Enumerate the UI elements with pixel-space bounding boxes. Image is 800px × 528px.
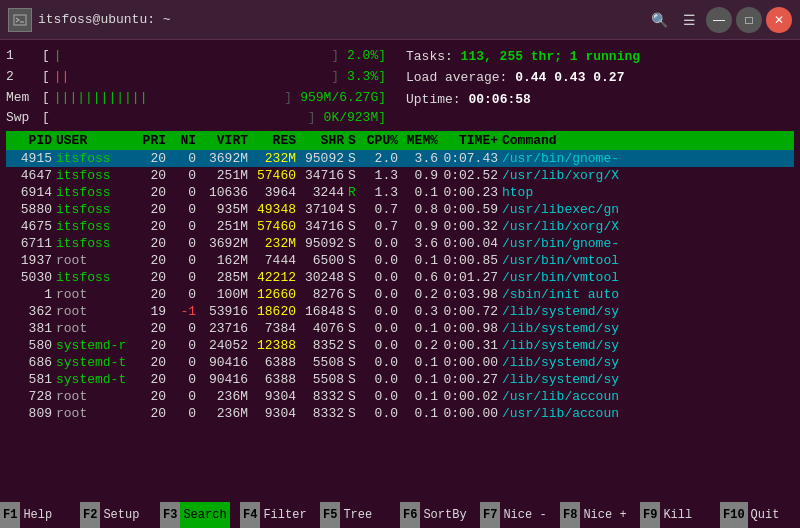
table-row[interactable]: 1 root 20 0 100M 12660 8276 S 0.0 0.2 0:… [6,286,794,303]
fkey-pair[interactable]: F10Quit [720,502,800,528]
cell-time: 0:01.27 [442,270,502,285]
fkey-pair[interactable]: F5Tree [320,502,400,528]
cell-virt: 3692M [200,236,252,251]
cell-cpu: 0.0 [362,406,402,421]
cell-mem: 0.1 [402,253,442,268]
cell-virt: 10636 [200,185,252,200]
cell-cmd: /lib/systemd/sy [502,321,790,336]
cell-cmd: /usr/libexec/gn [502,202,790,217]
cell-mem: 0.9 [402,219,442,234]
col-header-user: USER [56,133,136,148]
cell-cpu: 0.0 [362,321,402,336]
cell-pid: 581 [10,372,56,387]
cell-ni: 0 [170,287,200,302]
cell-cmd: /usr/lib/accoun [502,389,790,404]
fkey-pair[interactable]: F4Filter [240,502,320,528]
cell-res: 42212 [252,270,300,285]
cell-res: 57460 [252,168,300,183]
cell-shr: 8276 [300,287,348,302]
cell-shr: 5508 [300,372,348,387]
cell-mem: 0.1 [402,406,442,421]
cell-virt: 90416 [200,372,252,387]
cell-shr: 8332 [300,406,348,421]
cell-mem: 0.1 [402,355,442,370]
cell-pri: 20 [136,236,170,251]
table-row[interactable]: 4647 itsfoss 20 0 251M 57460 34716 S 1.3… [6,167,794,184]
cell-user: itsfoss [56,219,136,234]
fkey-number: F7 [480,502,500,528]
cell-ni: 0 [170,321,200,336]
cell-pid: 1 [10,287,56,302]
table-row[interactable]: 728 root 20 0 236M 9304 8332 S 0.0 0.1 0… [6,388,794,405]
minimize-button[interactable]: — [706,7,732,33]
cell-shr: 95092 [300,236,348,251]
close-button[interactable]: ✕ [766,7,792,33]
cell-ni: 0 [170,151,200,166]
cell-ni: 0 [170,219,200,234]
mem-label: Mem [6,88,38,109]
cell-s: S [348,287,362,302]
cell-cpu: 0.0 [362,372,402,387]
cell-s: S [348,304,362,319]
table-row[interactable]: 580 systemd-r 20 0 24052 12388 8352 S 0.… [6,337,794,354]
cell-pid: 6914 [10,185,56,200]
fkey-pair[interactable]: F3Search [160,502,240,528]
table-row[interactable]: 686 systemd-t 20 0 90416 6388 5508 S 0.0… [6,354,794,371]
fkey-pair[interactable]: F1Help [0,502,80,528]
fkey-pair[interactable]: F6SortBy [400,502,480,528]
table-row[interactable]: 6914 itsfoss 20 0 10636 3964 3244 R 1.3 … [6,184,794,201]
cell-user: itsfoss [56,151,136,166]
cell-user: root [56,321,136,336]
table-row[interactable]: 809 root 20 0 236M 9304 8332 S 0.0 0.1 0… [6,405,794,422]
cell-shr: 16848 [300,304,348,319]
cell-pid: 4915 [10,151,56,166]
fkey-label: Setup [100,502,142,528]
col-header-cpu: CPU% [362,133,402,148]
cell-pid: 686 [10,355,56,370]
table-row[interactable]: 381 root 20 0 23716 7384 4076 S 0.0 0.1 … [6,320,794,337]
cell-user: systemd-t [56,355,136,370]
mem-row: Mem [ |||||||||||| ] 959M/6.27G] [6,88,386,109]
swp-label: Swp [6,108,38,129]
cell-cmd: /usr/bin/vmtool [502,253,790,268]
fkey-pair[interactable]: F7Nice - [480,502,560,528]
cell-cmd: /usr/bin/gnome- [502,236,790,251]
col-header-s: S [348,133,362,148]
cell-s: S [348,389,362,404]
table-row[interactable]: 581 systemd-t 20 0 90416 6388 5508 S 0.0… [6,371,794,388]
table-row[interactable]: 1937 root 20 0 162M 7444 6500 S 0.0 0.1 … [6,252,794,269]
fkey-label: Search [180,502,229,528]
function-key-bar: F1HelpF2SetupF3SearchF4FilterF5TreeF6Sor… [0,502,800,528]
table-row[interactable]: 6711 itsfoss 20 0 3692M 232M 95092 S 0.0… [6,235,794,252]
cell-s: S [348,219,362,234]
fkey-label: Help [20,502,55,528]
cell-pid: 6711 [10,236,56,251]
cell-ni: 0 [170,236,200,251]
maximize-button[interactable]: □ [736,7,762,33]
table-row[interactable]: 362 root 19 -1 53916 18620 16848 S 0.0 0… [6,303,794,320]
table-row[interactable]: 4675 itsfoss 20 0 251M 57460 34716 S 0.7… [6,218,794,235]
cpu2-value: 3.3%] [347,67,386,88]
fkey-pair[interactable]: F2Setup [80,502,160,528]
cell-time: 0:00.72 [442,304,502,319]
cell-user: root [56,287,136,302]
cell-ni: 0 [170,406,200,421]
cell-pri: 20 [136,168,170,183]
search-button[interactable]: 🔍 [646,7,672,33]
cell-pid: 580 [10,338,56,353]
table-row[interactable]: 5880 itsfoss 20 0 935M 49348 37104 S 0.7… [6,201,794,218]
cpu1-label: 1 [6,46,38,67]
cell-virt: 251M [200,168,252,183]
cell-user: systemd-t [56,372,136,387]
fkey-pair[interactable]: F8Nice + [560,502,640,528]
cell-s: S [348,270,362,285]
cell-cpu: 1.3 [362,168,402,183]
cell-user: itsfoss [56,202,136,217]
menu-button[interactable]: ☰ [676,7,702,33]
fkey-pair[interactable]: F9Kill [640,502,720,528]
cell-pid: 5880 [10,202,56,217]
table-row[interactable]: 4915 itsfoss 20 0 3692M 232M 95092 S 2.0… [6,150,794,167]
table-row[interactable]: 5030 itsfoss 20 0 285M 42212 30248 S 0.0… [6,269,794,286]
fkey-label: Filter [260,502,309,528]
cell-cpu: 2.0 [362,151,402,166]
